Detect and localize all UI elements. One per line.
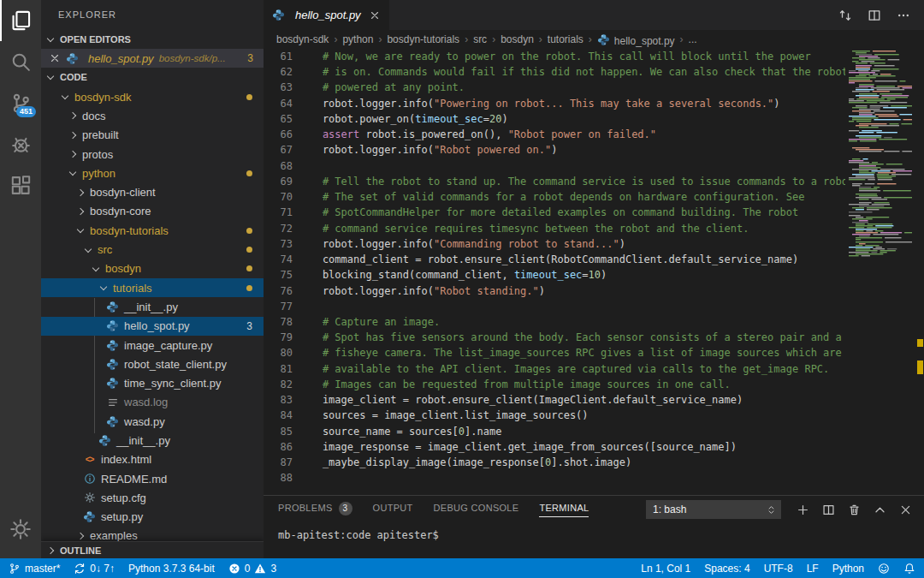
breadcrumb-item[interactable]: tutorials <box>548 33 583 45</box>
new-terminal-button[interactable] <box>797 504 809 516</box>
tree-item-label: tutorials <box>113 282 152 295</box>
panel-tab-terminal[interactable]: TERMINAL <box>539 503 589 517</box>
tree-item-image-capture-py[interactable]: image_capture.py <box>41 336 264 355</box>
terminal-output[interactable]: mb-apitest:code apitester$ <box>264 523 924 541</box>
maximize-panel-button[interactable] <box>874 504 886 516</box>
tree-item-robot-state-client-py[interactable]: robot_state_client.py <box>41 355 264 373</box>
tree-item-label: wasd.log <box>124 396 168 408</box>
git-branch-status[interactable]: master* <box>9 563 60 575</box>
tree-item-init-py[interactable]: __init__.py <box>41 431 264 450</box>
panel-tab-problems[interactable]: PROBLEMS3 <box>278 502 352 518</box>
minimap[interactable] <box>847 49 912 495</box>
breadcrumb-item[interactable]: bosdyn-sdk <box>276 33 329 45</box>
tree-item-readme-md[interactable]: README.md <box>41 469 264 488</box>
panel-tab-label: OUTPUT <box>373 503 413 517</box>
tree-item-prebuilt[interactable]: prebuilt <box>41 126 264 145</box>
tree-item-label: bosdyn <box>105 262 141 275</box>
breadcrumb-item[interactable]: bosdyn-tutorials <box>387 33 459 45</box>
tab-hello-spot-py[interactable]: hello_spot.py <box>264 0 389 30</box>
outline-section-header[interactable]: OUTLINE <box>41 541 264 558</box>
notifications[interactable] <box>903 563 915 575</box>
encoding-label: UTF-8 <box>764 563 793 575</box>
tree-item-protos[interactable]: protos <box>41 145 264 164</box>
tree-item-python[interactable]: python <box>41 164 264 182</box>
sidebar-title: EXPLORER <box>41 0 264 30</box>
breadcrumb-item[interactable]: python <box>342 33 373 45</box>
split-editor-button[interactable] <box>868 9 881 22</box>
line-number: 62 <box>264 64 293 80</box>
indentation[interactable]: Spaces: 4 <box>704 563 749 575</box>
close-icon[interactable] <box>369 9 381 21</box>
chevron-right-icon <box>77 208 84 215</box>
python-interpreter[interactable]: Python 3.7.3 64-bit <box>128 563 215 575</box>
activity-settings[interactable] <box>0 509 41 550</box>
tree-item-wasd-log[interactable]: wasd.log <box>41 393 264 412</box>
tree-item-label: protos <box>82 148 113 161</box>
close-icon[interactable] <box>49 52 61 64</box>
breadcrumb-item[interactable]: bosdyn <box>500 33 534 45</box>
problems-status[interactable]: 03 <box>228 563 276 575</box>
kill-terminal-button[interactable] <box>848 504 861 516</box>
overview-ruler[interactable] <box>914 49 924 495</box>
breadcrumb-separator: › <box>492 33 495 45</box>
more-actions-button[interactable] <box>897 9 910 22</box>
feedback[interactable] <box>878 563 890 575</box>
tree-item-setup-cfg[interactable]: setup.cfg <box>41 488 264 507</box>
status-bar: master*0↓ 7↑Python 3.7.3 64-bit03 Ln 1, … <box>0 558 924 578</box>
terminal-shell-select[interactable]: 1: bash <box>646 500 781 519</box>
open-changes-button[interactable] <box>838 9 852 22</box>
activity-source-control[interactable]: 451 <box>0 82 41 123</box>
python-file-icon <box>106 415 119 428</box>
tree-item-docs[interactable]: docs <box>41 106 264 125</box>
breadcrumb-item[interactable]: ... <box>689 33 697 45</box>
html-file-icon: <> <box>83 453 96 466</box>
editor-group: hello_spot.py bosdyn-sdk›python›bosdyn-t… <box>264 0 924 558</box>
panel-tab-output[interactable]: OUTPUT <box>373 503 413 517</box>
code-line: 65 robot.power_on(timeout_sec=20) <box>264 111 924 127</box>
tree-item-index-html[interactable]: <>index.html <box>41 450 264 469</box>
python-file-icon <box>106 301 119 313</box>
tree-item-bosdyn-tutorials[interactable]: bosdyn-tutorials <box>41 221 264 240</box>
tree-item-label: bosdyn-tutorials <box>90 224 169 237</box>
eol-sequence[interactable]: LF <box>807 563 819 575</box>
activity-debug[interactable] <box>0 123 41 164</box>
tree-item-bosdyn-sdk[interactable]: bosdyn-sdk <box>41 87 264 106</box>
tree-item-setup-py[interactable]: setup.py <box>41 508 264 527</box>
close-panel-button[interactable] <box>899 504 912 516</box>
panel-tab-debug-console[interactable]: DEBUG CONSOLE <box>434 503 519 517</box>
tree-item-src[interactable]: src <box>41 240 264 259</box>
code-editor[interactable]: 61 # Now, we are ready to power on the r… <box>264 49 924 495</box>
breadcrumb-item[interactable]: src <box>473 33 487 45</box>
activity-search[interactable] <box>0 41 41 82</box>
tree-item-bosdyn-client[interactable]: bosdyn-client <box>41 182 264 201</box>
tree-item-bosdyn-core[interactable]: bosdyn-core <box>41 202 264 221</box>
open-editor-item[interactable]: hello_spot.py bosdyn-sdk/p... 3 <box>41 49 264 68</box>
open-editors-label: OPEN EDITORS <box>60 34 131 45</box>
code-line: 74 command_client = robot.ensure_client(… <box>264 252 924 267</box>
sync-status[interactable]: 0↓ 7↑ <box>74 563 115 575</box>
tree-item-label: bosdyn-sdk <box>74 91 131 104</box>
breadcrumb-separator: › <box>465 33 468 45</box>
code-line: 88 <box>264 470 924 486</box>
breadcrumb-separator: › <box>539 33 542 45</box>
tree-item-bosdyn[interactable]: bosdyn <box>41 259 264 278</box>
chevron-down-icon <box>62 92 68 99</box>
activity-extensions[interactable] <box>0 164 41 206</box>
split-terminal-button[interactable] <box>822 504 835 516</box>
activity-explorer[interactable] <box>0 0 41 41</box>
breadcrumb-item[interactable]: hello_spot.py <box>597 32 675 47</box>
code-section-header[interactable]: CODE <box>41 68 264 86</box>
tree-item-examples[interactable]: examples <box>41 527 264 541</box>
encoding[interactable]: UTF-8 <box>764 563 793 575</box>
tree-item-hello-spot-py[interactable]: hello_spot.py3 <box>41 317 264 336</box>
tree-item-tutorials[interactable]: tutorials <box>41 278 264 297</box>
code-section-label: CODE <box>60 72 87 82</box>
warning-icon <box>254 563 266 575</box>
tree-item-init-py[interactable]: __init__.py <box>41 297 264 316</box>
open-editors-header[interactable]: OPEN EDITORS <box>41 30 264 49</box>
open-editor-filename: hello_spot.py <box>88 52 154 65</box>
tree-item-time-sync-client-py[interactable]: time_sync_client.py <box>41 373 264 392</box>
tree-item-wasd-py[interactable]: wasd.py <box>41 412 264 431</box>
cursor-position[interactable]: Ln 1, Col 1 <box>641 563 690 575</box>
language-mode[interactable]: Python <box>832 563 864 575</box>
